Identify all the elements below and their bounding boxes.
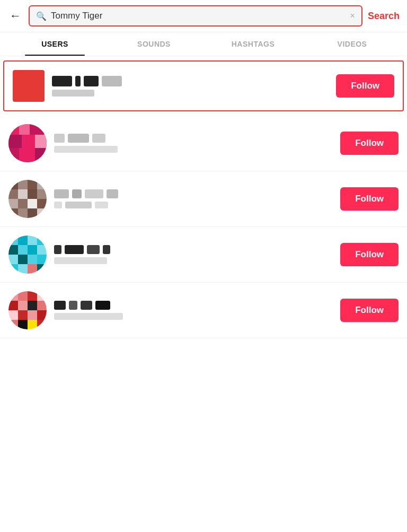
svg-rect-1	[19, 124, 30, 135]
bar	[107, 189, 118, 198]
svg-rect-6	[8, 148, 19, 162]
follow-button[interactable]: Follow	[340, 299, 399, 322]
svg-rect-52	[37, 310, 47, 320]
svg-rect-53	[8, 320, 18, 329]
bar	[54, 257, 107, 264]
list-item: Follow	[0, 171, 407, 227]
svg-rect-34	[18, 255, 28, 264]
bar	[65, 245, 84, 254]
svg-rect-17	[8, 199, 18, 208]
user-info	[54, 301, 333, 320]
svg-rect-51	[28, 310, 37, 320]
svg-rect-54	[18, 320, 28, 329]
clear-icon[interactable]: ×	[350, 11, 355, 21]
avatar	[13, 70, 45, 102]
svg-rect-35	[28, 255, 37, 264]
bar	[87, 245, 100, 254]
tab-bar: USERS SOUNDS HASHTAGS VIDEOS	[0, 32, 407, 56]
svg-rect-15	[28, 189, 37, 199]
avatar	[8, 124, 47, 162]
bar	[95, 301, 110, 310]
list-item: Follow	[0, 283, 407, 338]
bar	[84, 76, 99, 86]
avatar	[8, 180, 47, 218]
bar	[54, 146, 118, 153]
user-info	[52, 76, 329, 97]
bar	[72, 189, 82, 198]
user-info	[54, 189, 333, 208]
user-info	[54, 245, 333, 264]
svg-rect-27	[28, 236, 37, 245]
bar	[95, 202, 108, 208]
svg-rect-32	[37, 245, 47, 255]
svg-rect-48	[37, 301, 47, 310]
avatar	[8, 236, 47, 274]
bar	[81, 301, 92, 310]
svg-rect-4	[22, 135, 35, 148]
back-button[interactable]: ←	[7, 7, 23, 25]
follow-button[interactable]: Follow	[336, 74, 394, 98]
svg-rect-9	[8, 180, 18, 189]
bar	[54, 134, 65, 143]
svg-rect-50	[18, 310, 28, 320]
svg-rect-45	[8, 301, 18, 310]
follow-button[interactable]: Follow	[340, 132, 399, 155]
svg-rect-40	[37, 264, 47, 274]
tab-sounds[interactable]: SOUNDS	[104, 32, 204, 56]
bar	[54, 189, 69, 198]
svg-rect-47	[28, 301, 37, 310]
bar	[103, 245, 110, 254]
tab-hashtags[interactable]: HASHTAGS	[204, 32, 303, 56]
follow-button[interactable]: Follow	[340, 243, 399, 266]
user-list: Follow	[0, 60, 407, 338]
search-button[interactable]: Search	[368, 11, 400, 22]
svg-rect-21	[8, 208, 18, 218]
svg-rect-19	[28, 199, 37, 208]
svg-rect-5	[35, 135, 47, 148]
svg-rect-41	[8, 291, 18, 301]
bar	[52, 90, 94, 97]
user-info	[54, 134, 333, 153]
svg-rect-20	[37, 199, 47, 208]
list-item: Follow	[0, 227, 407, 283]
tab-users[interactable]: USERS	[5, 32, 104, 56]
bar	[54, 245, 61, 254]
svg-rect-28	[37, 236, 47, 245]
bar	[85, 189, 103, 198]
list-item: Follow	[0, 116, 407, 171]
svg-rect-26	[18, 236, 28, 245]
svg-rect-3	[8, 135, 22, 148]
tab-videos[interactable]: VIDEOS	[303, 32, 402, 56]
bar	[54, 313, 123, 320]
bar	[54, 301, 66, 310]
search-icon: 🔍	[36, 11, 47, 21]
svg-rect-44	[37, 291, 47, 301]
svg-rect-13	[8, 189, 18, 199]
username-bars	[52, 76, 329, 97]
list-item: Follow	[3, 60, 404, 111]
bar	[92, 134, 105, 143]
bar	[69, 301, 77, 310]
svg-rect-36	[37, 255, 47, 264]
svg-rect-2	[30, 124, 47, 135]
svg-rect-0	[8, 124, 19, 135]
follow-button[interactable]: Follow	[340, 187, 399, 211]
username-bars	[54, 301, 333, 320]
svg-rect-56	[37, 320, 47, 329]
avatar	[8, 291, 47, 329]
svg-rect-7	[19, 148, 35, 162]
bar	[68, 134, 89, 143]
svg-rect-29	[8, 245, 18, 255]
search-input[interactable]	[51, 11, 346, 21]
svg-rect-12	[37, 180, 47, 189]
username-bars	[54, 134, 333, 153]
header: ← 🔍 × Search	[0, 0, 407, 32]
svg-rect-31	[28, 245, 37, 255]
svg-rect-33	[8, 255, 18, 264]
svg-rect-37	[8, 264, 18, 274]
svg-rect-18	[18, 199, 28, 208]
svg-rect-38	[18, 264, 28, 274]
svg-rect-49	[8, 310, 18, 320]
bar	[65, 202, 92, 208]
svg-rect-22	[18, 208, 28, 218]
